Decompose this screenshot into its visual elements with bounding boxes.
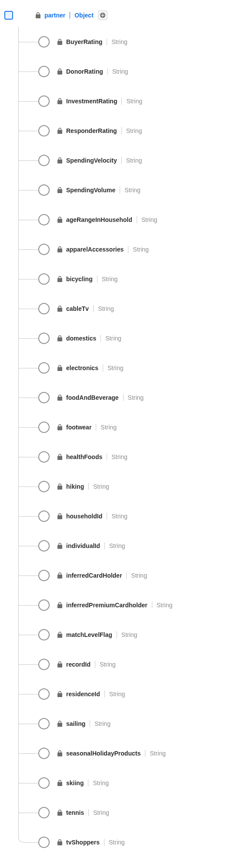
field-radio[interactable]	[38, 214, 50, 225]
field-name[interactable]: sailing	[66, 720, 85, 727]
tree-connector	[18, 561, 38, 590]
schema-field-row: electronicsString	[18, 353, 231, 383]
schema-field-row: footwearString	[18, 412, 231, 442]
field-name[interactable]: matchLevelFlag	[66, 631, 112, 638]
tree-connector	[18, 383, 38, 412]
field-radio[interactable]	[38, 95, 50, 107]
field-name[interactable]: bicycling	[66, 276, 93, 283]
field-radio[interactable]	[38, 481, 50, 492]
field-type: String	[111, 38, 128, 45]
field-name[interactable]: skiing	[66, 779, 84, 786]
field-type: String	[126, 98, 142, 105]
lock-icon	[57, 424, 63, 430]
schema-field-row: skiingString	[18, 768, 231, 798]
field-name[interactable]: domestics	[66, 335, 96, 342]
field-radio[interactable]	[38, 125, 50, 136]
field-radio[interactable]	[38, 66, 50, 77]
field-radio[interactable]	[38, 273, 50, 285]
schema-tree: partner Object BuyerRatingStringDonorRat…	[4, 9, 231, 857]
schema-field-row: sailingString	[18, 709, 231, 739]
tree-connector	[18, 768, 38, 798]
field-name[interactable]: apparelAccessories	[66, 246, 124, 253]
field-radio[interactable]	[38, 333, 50, 344]
tree-connector	[18, 472, 38, 501]
field-radio[interactable]	[38, 718, 50, 729]
field-radio[interactable]	[38, 748, 50, 759]
root-checkbox[interactable]	[4, 11, 13, 20]
tree-connector	[18, 620, 38, 650]
field-radio[interactable]	[38, 599, 50, 611]
field-radio[interactable]	[38, 540, 50, 551]
field-name[interactable]: electronics	[66, 364, 98, 371]
tree-connector	[18, 709, 38, 739]
divider	[95, 661, 95, 668]
field-radio[interactable]	[38, 392, 50, 403]
divider	[104, 691, 105, 698]
divider	[88, 779, 88, 786]
field-type: String	[107, 364, 124, 371]
field-radio[interactable]	[38, 659, 50, 670]
field-name[interactable]: cableTv	[66, 305, 89, 312]
tree-connector	[18, 590, 38, 620]
field-radio[interactable]	[38, 570, 50, 581]
field-name[interactable]: healthFoods	[66, 453, 102, 460]
field-name[interactable]: seasonalHolidayProducts	[66, 750, 141, 757]
field-name[interactable]: individualId	[66, 542, 100, 549]
field-radio[interactable]	[38, 511, 50, 522]
field-type: String	[128, 394, 144, 401]
field-name[interactable]: DonorRating	[66, 68, 103, 75]
field-name[interactable]: footwear	[66, 424, 91, 431]
field-name[interactable]: SpendingVelocity	[66, 157, 117, 164]
field-type: String	[94, 720, 111, 727]
field-radio[interactable]	[38, 807, 50, 818]
field-type: String	[111, 453, 128, 460]
schema-field-row: matchLevelFlagString	[18, 620, 231, 650]
field-name[interactable]: householdId	[66, 513, 102, 520]
tree-connector	[18, 442, 38, 472]
lock-icon	[57, 335, 63, 341]
lock-icon	[57, 395, 63, 401]
field-radio[interactable]	[38, 422, 50, 433]
root-field-name[interactable]: partner	[44, 12, 65, 19]
field-name[interactable]: InvestmentRating	[66, 98, 117, 105]
divider	[107, 68, 108, 75]
tree-connector	[18, 146, 38, 175]
add-field-button[interactable]	[98, 10, 107, 20]
field-radio[interactable]	[38, 362, 50, 374]
tree-connector	[18, 650, 38, 679]
schema-field-row: domesticsString	[18, 323, 231, 353]
field-name[interactable]: residenceId	[66, 691, 100, 698]
field-radio[interactable]	[38, 184, 50, 196]
field-name[interactable]: foodAndBeverage	[66, 394, 119, 401]
tree-connector	[18, 86, 38, 116]
field-type: String	[102, 276, 118, 283]
field-radio[interactable]	[38, 688, 50, 700]
field-radio[interactable]	[38, 777, 50, 789]
field-name[interactable]: hiking	[66, 483, 84, 490]
tree-connector	[18, 353, 38, 383]
field-radio[interactable]	[38, 629, 50, 640]
field-name[interactable]: inferredPremiumCardholder	[66, 602, 148, 609]
field-name[interactable]: tvShoppers	[66, 839, 100, 846]
field-radio[interactable]	[38, 451, 50, 463]
field-name[interactable]: ResponderRating	[66, 127, 117, 134]
field-radio[interactable]	[38, 837, 50, 848]
schema-field-row: healthFoodsString	[18, 442, 231, 472]
field-radio[interactable]	[38, 155, 50, 166]
field-radio[interactable]	[38, 244, 50, 255]
lock-icon	[57, 68, 63, 75]
tree-connector	[18, 827, 38, 857]
field-name[interactable]: tennis	[66, 809, 84, 816]
field-name[interactable]: recordId	[66, 661, 91, 668]
field-name[interactable]: ageRangeInHousehold	[66, 216, 132, 223]
field-radio[interactable]	[38, 36, 50, 48]
field-name[interactable]: SpendingVolume	[66, 187, 115, 194]
field-name[interactable]: BuyerRating	[66, 38, 102, 45]
field-type: String	[100, 661, 116, 668]
field-type: String	[93, 809, 109, 816]
schema-field-row: DonorRatingString	[18, 57, 231, 86]
lock-icon	[57, 780, 63, 786]
lock-icon	[36, 12, 41, 18]
field-name[interactable]: inferredCardHolder	[66, 572, 122, 579]
field-radio[interactable]	[38, 303, 50, 314]
